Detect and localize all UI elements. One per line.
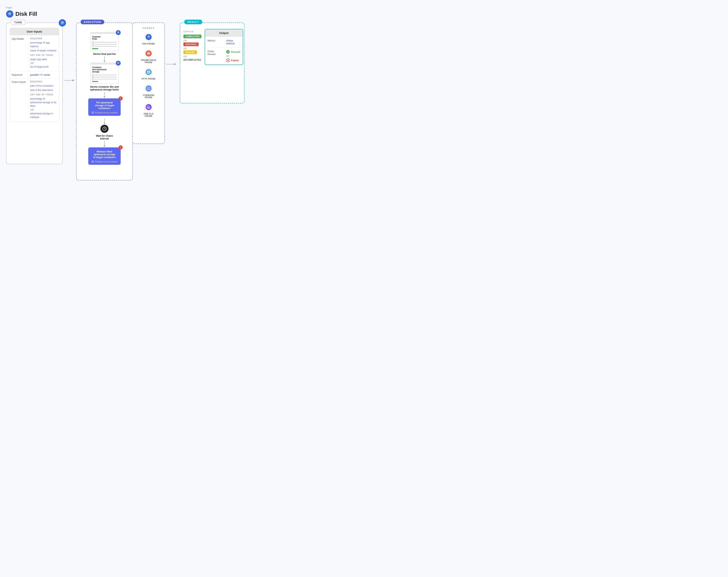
tune-to-exec-arrow bbox=[63, 79, 76, 82]
release-ephemeral-card: ! Release filledephemeral storageof targ… bbox=[88, 148, 121, 165]
k8s-probe-label: K8S PROBE bbox=[142, 43, 155, 45]
command-probe-item: COMMANDPROBE bbox=[136, 84, 161, 99]
arrow-2 bbox=[104, 92, 105, 97]
sequence-or: OR bbox=[39, 74, 44, 76]
srm-probe-item: SRM SLOPROBE bbox=[136, 103, 161, 117]
execution-badge: EXECUTION bbox=[81, 20, 104, 24]
exec-probes-wrapper: EXECUTION TargetedPods bbox=[76, 23, 165, 180]
passed-item: Passed bbox=[226, 50, 240, 54]
user-inputs-header: User Inputs bbox=[10, 28, 59, 35]
step3-privilege: i Privilege access required bbox=[91, 111, 118, 114]
output-title: Output bbox=[205, 29, 243, 37]
step1-label: Derive final pod list bbox=[93, 53, 116, 55]
svg-point-23 bbox=[148, 37, 149, 37]
step2-container: Containerand ephemeralstorage bbox=[90, 63, 119, 84]
percentage-ephemeral-link[interactable]: percentage of ephemeral storage to be fi… bbox=[30, 97, 57, 108]
app-details-label: App Details bbox=[10, 35, 28, 71]
chaos-inputs-row: Chaos Inputs REQUIRED path of the contai… bbox=[10, 78, 59, 122]
step5-title: Release filledephemeral storageof target… bbox=[91, 150, 118, 159]
output-card: Output Metrics chaos metrics ProbeResult… bbox=[205, 29, 243, 65]
percentage-replicas-link[interactable]: percentage of app replicas bbox=[30, 41, 57, 48]
svg-point-2 bbox=[9, 14, 10, 15]
status-queued: QUEUED bbox=[183, 50, 197, 54]
svg-point-32 bbox=[146, 104, 152, 110]
chaos-inputs-label: Chaos Inputs bbox=[10, 79, 28, 122]
data-block-link[interactable]: size of the data block bbox=[30, 88, 57, 92]
svg-point-8 bbox=[118, 32, 119, 33]
http-probe-label: HTTP PROBE bbox=[141, 78, 155, 80]
metrics-row: Metrics chaos metrics bbox=[205, 37, 243, 47]
or-1: OR bbox=[30, 62, 57, 64]
svg-point-11 bbox=[118, 63, 119, 63]
step1-k8s-badge bbox=[116, 30, 121, 36]
failed-icon bbox=[226, 58, 230, 62]
page-title: Disk Fill bbox=[16, 11, 37, 17]
result-content: STATUS COMPLETED OR ERRORED OR QUEUED OR… bbox=[183, 29, 241, 65]
passed-label: Passed bbox=[231, 50, 240, 53]
target-container-link[interactable]: name of target container bbox=[30, 49, 57, 52]
svg-point-27 bbox=[146, 69, 152, 75]
chaos-metrics-link[interactable]: chaos metrics bbox=[226, 39, 235, 45]
http-probe-icon bbox=[144, 68, 153, 77]
path-containers-link[interactable]: path of the containers bbox=[30, 84, 57, 88]
required-label: REQUIRED bbox=[30, 37, 57, 40]
incompleted-row: INCOMPLETED bbox=[183, 58, 202, 61]
target-pods-link[interactable]: list of target pods bbox=[30, 65, 57, 69]
tune-section: TUNE User Inputs App Details REQUIRED pe… bbox=[6, 23, 63, 164]
svg-text:i: i bbox=[93, 161, 93, 163]
http-probe-item: HTTP PROBE bbox=[136, 68, 161, 80]
chaos-inputs-content: REQUIRED path of the containers size of … bbox=[28, 79, 59, 122]
step3-title: Fill ephemeralstorage of targetcontainer… bbox=[91, 101, 118, 110]
probes-section: PROBES K8S PROBE bbox=[132, 23, 165, 144]
srm-probe-icon bbox=[144, 103, 153, 111]
svg-point-33 bbox=[226, 50, 230, 54]
tune-badge: TUNE bbox=[10, 20, 26, 25]
parallel-link[interactable]: parallel bbox=[30, 74, 39, 76]
status-incompleted: INCOMPLETED bbox=[183, 58, 202, 61]
srm-probe-label: SRM SLOPROBE bbox=[144, 113, 153, 117]
step3-privilege-badge: ! bbox=[119, 96, 123, 101]
metrics-label: Metrics bbox=[208, 39, 224, 42]
step5-container: ! Release filledephemeral storageof targ… bbox=[88, 148, 121, 165]
fill-ephemeral-card: ! Fill ephemeralstorage of targetcontain… bbox=[88, 98, 121, 116]
status-or-3: OR bbox=[183, 55, 202, 58]
step1-title: TargetedPods bbox=[92, 36, 117, 40]
fault-label: Fault bbox=[6, 6, 722, 9]
step4-label: Wait for ChaosInterval bbox=[96, 134, 113, 140]
targeted-pods-card: TargetedPods bbox=[90, 32, 119, 51]
page-header: Fault Disk Fill bbox=[6, 6, 722, 18]
serial-link[interactable]: serial bbox=[44, 74, 50, 76]
tune-k8s-icon bbox=[59, 19, 66, 27]
result-section: RESULT STATUS COMPLETED OR ERRORED OR QU… bbox=[180, 23, 244, 103]
k8s-probe-item: K8S PROBE bbox=[136, 33, 161, 45]
step2-title: Containerand ephemeralstorage bbox=[92, 66, 117, 73]
passed-icon bbox=[226, 50, 230, 54]
result-right: Output Metrics chaos metrics ProbeResult… bbox=[205, 29, 243, 65]
target-app-label-link[interactable]: target app label bbox=[30, 57, 57, 61]
result-badge: RESULT bbox=[184, 20, 202, 24]
status-errored: ERRORED bbox=[183, 43, 199, 46]
status-or-1: OR bbox=[183, 40, 202, 42]
sequence-label: Sequence bbox=[10, 72, 28, 78]
k8s-probe-icon bbox=[144, 33, 153, 42]
status-title: STATUS bbox=[183, 31, 202, 33]
arrow-1 bbox=[104, 56, 105, 61]
disk-fill-icon bbox=[6, 10, 14, 18]
prometheus-probe-item: PROMETHEUSPROBE bbox=[136, 49, 161, 63]
svg-point-5 bbox=[62, 23, 63, 23]
step2-k8s-badge bbox=[116, 61, 121, 67]
required-label-2: REQUIRED bbox=[30, 81, 57, 83]
probe-or: OR bbox=[226, 55, 240, 57]
exec-flow: TargetedPods bbox=[80, 29, 129, 165]
arrow-3 bbox=[104, 118, 105, 123]
status-column: STATUS COMPLETED OR ERRORED OR QUEUED OR… bbox=[183, 31, 202, 65]
prometheus-probe-label: PROMETHEUSPROBE bbox=[141, 59, 156, 63]
sequence-row: Sequence parallel OR serial bbox=[10, 71, 59, 78]
step1-container: TargetedPods bbox=[90, 32, 119, 51]
step5-privilege: i Privilege access required bbox=[91, 160, 118, 163]
exec-to-result-arrow bbox=[165, 63, 177, 65]
command-probe-label: COMMANDPROBE bbox=[143, 94, 154, 99]
or-2: OR bbox=[30, 108, 57, 111]
ephemeral-mibibyte-link[interactable]: ephemeral storage in mibibyte bbox=[30, 112, 57, 119]
svg-text:!: ! bbox=[120, 146, 121, 149]
